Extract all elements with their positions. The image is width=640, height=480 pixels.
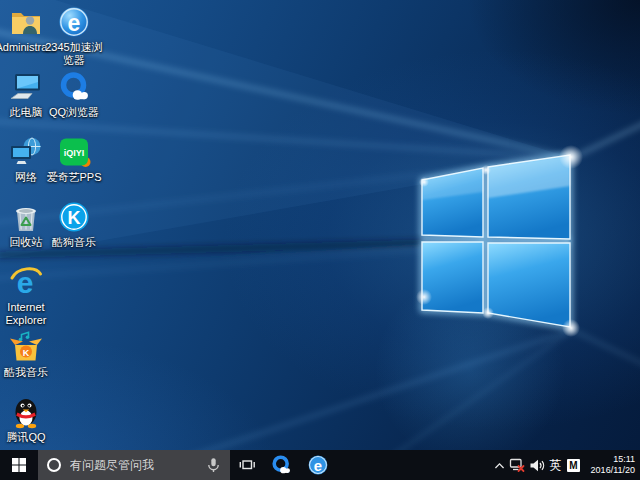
desktop-icon-qq-browser[interactable]: QQ浏览器 xyxy=(44,69,104,119)
taskbar-2345-browser-button[interactable]: e xyxy=(301,450,335,480)
task-view-button[interactable] xyxy=(230,450,264,480)
search-box[interactable]: 有问题尽管问我 xyxy=(38,450,230,480)
this-pc-icon xyxy=(8,69,44,105)
desktop: Administra... 此电脑 网络 xyxy=(0,0,640,480)
desktop-icon-label: QQ浏览器 xyxy=(49,106,99,119)
chevron-up-icon xyxy=(493,459,506,472)
desktop-icon-kuwo-music[interactable]: K 酷我音乐 xyxy=(0,329,56,379)
recycle-bin-icon xyxy=(8,199,44,235)
desktop-icon-iqiyi-pps[interactable]: iQIYI 爱奇艺PPS xyxy=(44,134,104,184)
desktop-icon-label: 网络 xyxy=(15,171,37,184)
svg-text:iQIYI: iQIYI xyxy=(64,148,85,158)
desktop-icon-label: 爱奇艺PPS xyxy=(46,171,101,184)
svg-text:K: K xyxy=(23,348,30,358)
iqiyi-pps-icon: iQIYI xyxy=(56,134,92,170)
desktop-icon-label: 酷我音乐 xyxy=(4,366,48,379)
svg-text:e: e xyxy=(314,458,322,474)
windows-logo xyxy=(422,155,570,327)
internet-explorer-icon: e xyxy=(8,264,44,300)
desktop-icon-label: 2345加速浏览器 xyxy=(44,41,104,67)
desktop-icon-label: 此电脑 xyxy=(10,106,43,119)
2345-browser-icon: e xyxy=(56,4,92,40)
ime-language-indicator[interactable]: 英 xyxy=(547,450,564,480)
desktop-icon-kugou-music[interactable]: K 酷狗音乐 xyxy=(44,199,104,249)
kugou-music-icon: K xyxy=(56,199,92,235)
network-disconnected-icon xyxy=(509,457,525,473)
microphone-icon[interactable] xyxy=(205,457,222,473)
cortana-icon xyxy=(46,457,62,473)
tray-network-status-button[interactable] xyxy=(507,450,527,480)
system-tray: 英 M 15:11 2016/11/20 xyxy=(491,450,640,480)
2345-browser-icon: e xyxy=(307,454,329,476)
desktop-icon-internet-explorer[interactable]: e Internet Explorer xyxy=(0,264,56,327)
tray-show-hidden-icons-button[interactable] xyxy=(491,450,507,480)
ime-mode-badge: M xyxy=(567,459,580,472)
kuwo-music-icon: K xyxy=(8,329,44,365)
user-folder-icon xyxy=(8,4,44,40)
desktop-icon-label: 回收站 xyxy=(10,236,43,249)
light-glints xyxy=(416,145,583,337)
clock-date: 2016/11/20 xyxy=(585,465,635,476)
tray-volume-button[interactable] xyxy=(527,450,547,480)
windows-logo-icon xyxy=(11,457,27,473)
clock[interactable]: 15:11 2016/11/20 xyxy=(583,454,638,476)
speaker-icon xyxy=(529,458,545,473)
clock-time: 15:11 xyxy=(585,454,635,465)
svg-text:K: K xyxy=(68,208,81,228)
qq-penguin-icon xyxy=(8,394,44,430)
taskbar: 有问题尽管问我 xyxy=(0,450,640,480)
svg-text:e: e xyxy=(68,10,81,36)
search-placeholder: 有问题尽管问我 xyxy=(70,457,197,474)
desktop-icon-label: 腾讯QQ xyxy=(6,431,45,444)
ime-mode-button[interactable]: M xyxy=(564,450,583,480)
qq-browser-icon xyxy=(56,69,92,105)
task-view-icon xyxy=(238,457,256,473)
start-button[interactable] xyxy=(0,450,38,480)
desktop-icon-label: Internet Explorer xyxy=(0,301,56,327)
desktop-icon-label: 酷狗音乐 xyxy=(52,236,96,249)
desktop-icon-2345-browser[interactable]: e 2345加速浏览器 xyxy=(44,4,104,67)
desktop-icon-tencent-qq[interactable]: 腾讯QQ xyxy=(0,394,56,444)
taskbar-qq-browser-button[interactable] xyxy=(264,450,298,480)
qq-browser-icon xyxy=(270,454,292,476)
network-icon xyxy=(8,134,44,170)
